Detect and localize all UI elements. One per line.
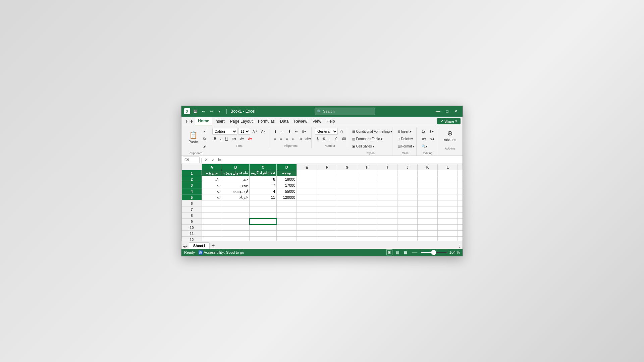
- cell[interactable]: [297, 219, 317, 225]
- cell[interactable]: [458, 170, 463, 176]
- cell[interactable]: [418, 237, 438, 241]
- align-bottom-btn[interactable]: ⬇: [286, 128, 292, 135]
- cell[interactable]: اردیبهشت: [222, 188, 250, 194]
- cell[interactable]: [337, 200, 357, 206]
- cell[interactable]: [337, 182, 357, 188]
- confirm-formula-btn[interactable]: ✓: [210, 158, 216, 162]
- col-D[interactable]: D: [277, 164, 297, 170]
- paste-button[interactable]: 📋 Paste: [185, 130, 201, 147]
- cell[interactable]: [418, 231, 438, 237]
- cell[interactable]: [337, 194, 357, 200]
- cell[interactable]: [377, 170, 397, 176]
- cell[interactable]: 11: [250, 194, 277, 200]
- col-E[interactable]: E: [297, 164, 317, 170]
- cancel-formula-btn[interactable]: ✕: [204, 158, 209, 162]
- cell[interactable]: [458, 176, 463, 182]
- cell[interactable]: [297, 188, 317, 194]
- cell[interactable]: [222, 219, 250, 225]
- cell[interactable]: [357, 170, 377, 176]
- row-header-2[interactable]: 2: [182, 176, 202, 182]
- cell[interactable]: [297, 225, 317, 231]
- cell[interactable]: [438, 213, 458, 219]
- align-center-btn[interactable]: ≡: [278, 135, 284, 142]
- cell[interactable]: خرداد: [222, 194, 250, 200]
- formula-input[interactable]: [223, 158, 461, 162]
- menu-insert[interactable]: Insert: [212, 118, 227, 125]
- cell[interactable]: [357, 188, 377, 194]
- col-G[interactable]: G: [337, 164, 357, 170]
- cell[interactable]: 17000: [277, 182, 297, 188]
- cell[interactable]: [377, 219, 397, 225]
- cell[interactable]: [397, 213, 418, 219]
- row-header-12[interactable]: 12: [182, 237, 202, 241]
- bold-button[interactable]: B: [212, 135, 218, 142]
- font-color-button[interactable]: A▾: [246, 135, 254, 142]
- cell[interactable]: [297, 182, 317, 188]
- sheet-prev-icon[interactable]: ◂: [183, 244, 185, 249]
- cell[interactable]: [438, 237, 458, 241]
- sheet-next-icon[interactable]: ▸: [185, 244, 187, 249]
- cell[interactable]: [438, 194, 458, 200]
- cell[interactable]: [357, 219, 377, 225]
- cell[interactable]: [418, 200, 438, 206]
- insert-function-btn[interactable]: fx: [217, 158, 222, 162]
- cell[interactable]: [418, 188, 438, 194]
- cell[interactable]: [357, 200, 377, 206]
- row-header-5[interactable]: 5: [182, 194, 202, 200]
- cell[interactable]: [202, 213, 222, 219]
- page-layout-view-btn[interactable]: ▤: [394, 249, 400, 255]
- number-format-select[interactable]: General: [315, 128, 338, 135]
- menu-view[interactable]: View: [310, 118, 324, 125]
- cell[interactable]: [222, 225, 250, 231]
- align-top-btn[interactable]: ⬆: [272, 128, 278, 135]
- fill-color-button[interactable]: A▾: [238, 135, 246, 142]
- cell[interactable]: [202, 231, 222, 237]
- col-I[interactable]: I: [377, 164, 397, 170]
- menu-review[interactable]: Review: [291, 118, 310, 125]
- cell[interactable]: [337, 213, 357, 219]
- col-A[interactable]: A: [202, 164, 222, 170]
- cell[interactable]: [250, 206, 277, 213]
- cell[interactable]: [357, 213, 377, 219]
- search-box[interactable]: 🔍: [315, 108, 375, 115]
- sort-filter-btn[interactable]: ⇅▾: [428, 135, 436, 142]
- cell[interactable]: [297, 213, 317, 219]
- cell[interactable]: 120000: [277, 194, 297, 200]
- cell[interactable]: [357, 225, 377, 231]
- cell[interactable]: [377, 231, 397, 237]
- cell[interactable]: [317, 237, 337, 241]
- cell[interactable]: [250, 213, 277, 219]
- cell[interactable]: ب: [202, 182, 222, 188]
- cell[interactable]: [438, 225, 458, 231]
- cell[interactable]: [297, 237, 317, 241]
- conditional-formatting-btn[interactable]: ▦ Conditional Formatting ▾: [351, 128, 394, 135]
- increase-indent-btn[interactable]: ⇥: [297, 135, 303, 142]
- cell[interactable]: [377, 213, 397, 219]
- comma-btn[interactable]: ,: [328, 135, 332, 142]
- cell[interactable]: [438, 188, 458, 194]
- font-size-select[interactable]: 11: [238, 128, 250, 135]
- cell[interactable]: م پروژه: [202, 170, 222, 176]
- cell[interactable]: [377, 237, 397, 241]
- close-button[interactable]: ✕: [452, 107, 460, 115]
- delete-btn[interactable]: ⊟ Delete ▾: [396, 135, 415, 142]
- col-J[interactable]: J: [397, 164, 418, 170]
- cell[interactable]: [438, 231, 458, 237]
- cell[interactable]: [357, 182, 377, 188]
- cell[interactable]: [438, 200, 458, 206]
- cell[interactable]: [202, 219, 222, 225]
- cell[interactable]: [438, 170, 458, 176]
- col-B[interactable]: B: [222, 164, 250, 170]
- cell[interactable]: ماه تحویل پروژه: [222, 170, 250, 176]
- cell[interactable]: [202, 206, 222, 213]
- row-header-3[interactable]: 3: [182, 182, 202, 188]
- cell-styles-btn[interactable]: ▣ Cell Styles ▾: [351, 143, 376, 149]
- cell[interactable]: 8: [250, 176, 277, 182]
- cell[interactable]: [458, 231, 463, 237]
- merge-btn[interactable]: ⊟▾: [300, 128, 308, 135]
- cell[interactable]: [297, 206, 317, 213]
- cell[interactable]: [250, 231, 277, 237]
- cell[interactable]: [250, 225, 277, 231]
- cell[interactable]: [297, 231, 317, 237]
- row-header-8[interactable]: 8: [182, 213, 202, 219]
